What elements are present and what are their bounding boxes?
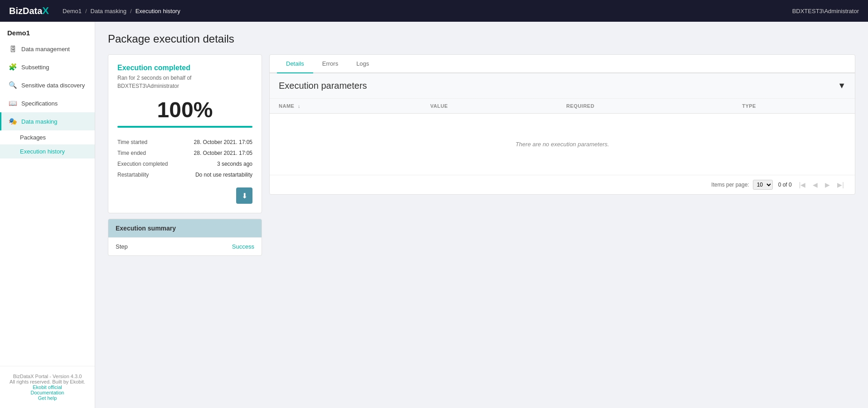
footer-copyright: All rights reserved. Built by Ekobit. <box>7 379 87 384</box>
table-row: Time ended 28. October 2021. 17:05 <box>117 148 252 158</box>
breadcrumb-data-masking[interactable]: Data masking <box>91 8 126 14</box>
progress-bar-container <box>117 126 252 128</box>
detail-value: 3 seconds ago <box>185 158 252 169</box>
summary-row: Step Success <box>108 237 262 255</box>
breadcrumb-sep-1: / <box>85 8 87 14</box>
download-button[interactable]: ⬇ <box>236 187 252 204</box>
database-icon: 🗄 <box>9 45 17 53</box>
footer-link-ekobit[interactable]: Ekobit official <box>7 384 87 390</box>
topnav-user: BDXTEST3\Administrator <box>792 8 859 14</box>
breadcrumb-demo1[interactable]: Demo1 <box>63 8 82 14</box>
summary-header: Execution summary <box>108 219 262 237</box>
sidebar-item-subsetting[interactable]: 🧩 Subsetting <box>0 58 95 76</box>
prev-page-button[interactable]: ◀ <box>811 180 820 189</box>
footer-link-docs[interactable]: Documentation <box>7 390 87 395</box>
tab-details[interactable]: Details <box>277 55 313 73</box>
logo: BizDataX <box>9 5 49 17</box>
exec-subtitle-line2: BDXTEST3\Administrator <box>117 83 179 89</box>
content-grid: Execution completed Ran for 2 seconds on… <box>108 54 855 256</box>
progress-bar-fill <box>117 126 252 128</box>
tab-errors[interactable]: Errors <box>313 55 347 73</box>
summary-success: Success <box>232 243 254 250</box>
logo-x: X <box>42 5 49 16</box>
topnav: BizDataX Demo1 / Data masking / Executio… <box>0 0 868 22</box>
filter-icon: ▼ <box>838 81 846 90</box>
col-name: NAME ↓ <box>270 99 421 114</box>
last-page-button[interactable]: ▶| <box>835 180 846 189</box>
empty-message: There are no execution parameters. <box>270 114 855 175</box>
sidebar-item-data-masking[interactable]: 🎭 Data masking <box>0 112 95 130</box>
col-name-label: NAME <box>279 103 294 109</box>
sidebar-item-label: Specifications <box>21 100 58 107</box>
table-row: Execution completed 3 seconds ago <box>117 158 252 169</box>
execution-history-label: Execution history <box>20 148 65 155</box>
execution-card: Execution completed Ran for 2 seconds on… <box>108 54 262 213</box>
detail-label: Time started <box>117 137 185 148</box>
sidebar-item-label: Subsetting <box>21 64 49 71</box>
col-required: REQUIRED <box>557 99 733 114</box>
detail-label: Restartability <box>117 169 185 180</box>
exec-subtitle: Ran for 2 seconds on behalf of BDXTEST3\… <box>117 74 252 90</box>
layout: Demo1 🗄 Data management 🧩 Subsetting 🔍 S… <box>0 22 868 408</box>
sidebar-item-label: Data management <box>21 46 70 53</box>
page-title: Package execution details <box>108 33 855 45</box>
footer-link-help[interactable]: Get help <box>7 395 87 401</box>
breadcrumb-execution-history: Execution history <box>136 8 180 14</box>
detail-value: 28. October 2021. 17:05 <box>185 137 252 148</box>
col-value-label: VALUE <box>430 103 448 109</box>
col-required-label: REQUIRED <box>566 103 594 109</box>
detail-label: Time ended <box>117 148 185 158</box>
sort-icon: ↓ <box>298 103 301 109</box>
exec-details-table: Time started 28. October 2021. 17:05 Tim… <box>117 137 252 180</box>
detail-value: 28. October 2021. 17:05 <box>185 148 252 158</box>
table-header-row: NAME ↓ VALUE REQUIRED TYPE <box>270 99 855 114</box>
items-per-page-select[interactable]: 10 5 25 50 <box>753 180 773 190</box>
execution-summary-card: Execution summary Step Success <box>108 219 262 256</box>
filter-button[interactable]: ▼ <box>838 81 846 91</box>
summary-step: Step <box>116 243 128 250</box>
tab-logs[interactable]: Logs <box>347 55 378 73</box>
sidebar: Demo1 🗄 Data management 🧩 Subsetting 🔍 S… <box>0 22 95 408</box>
sidebar-title: Demo1 <box>0 22 95 40</box>
main-content: Package execution details Execution comp… <box>95 22 868 408</box>
exec-percent: 100% <box>117 97 252 122</box>
exec-action-area: ⬇ <box>117 187 252 204</box>
packages-label: Packages <box>20 134 46 141</box>
footer-version: BizDataX Portal - Version 4.3.0 <box>7 374 87 379</box>
logo-biz: BizData <box>9 6 42 16</box>
table-row: Time started 28. October 2021. 17:05 <box>117 137 252 148</box>
left-panel: Execution completed Ran for 2 seconds on… <box>108 54 262 256</box>
sidebar-item-label: Data masking <box>21 118 57 125</box>
col-type: TYPE <box>733 99 855 114</box>
breadcrumb: Demo1 / Data masking / Execution history <box>63 8 792 14</box>
exec-params-header: Execution parameters ▼ <box>270 73 855 99</box>
items-per-page-label: Items per page: <box>711 182 749 188</box>
table-row: Restartability Do not use restartability <box>117 169 252 180</box>
sidebar-footer: BizDataX Portal - Version 4.3.0 All righ… <box>0 366 95 408</box>
col-value: VALUE <box>421 99 557 114</box>
sidebar-item-data-management[interactable]: 🗄 Data management <box>0 40 95 58</box>
col-type-label: TYPE <box>742 103 756 109</box>
breadcrumb-sep-2: / <box>130 8 132 14</box>
exec-status: Execution completed <box>117 64 252 72</box>
next-page-button[interactable]: ▶ <box>823 180 832 189</box>
sidebar-item-sensitive-data[interactable]: 🔍 Sensitive data discovery <box>0 76 95 94</box>
pagination-count: 0 of 0 <box>778 182 792 188</box>
tabs-container: Details Errors Logs <box>270 55 855 73</box>
download-icon: ⬇ <box>242 192 247 200</box>
sidebar-item-specifications[interactable]: 📖 Specifications <box>0 94 95 112</box>
sidebar-sub-packages[interactable]: Packages <box>0 130 95 144</box>
first-page-button[interactable]: |◀ <box>797 180 808 189</box>
mask-icon: 🎭 <box>9 117 17 125</box>
exec-subtitle-line1: Ran for 2 seconds on behalf of <box>117 75 191 81</box>
sidebar-item-label: Sensitive data discovery <box>21 82 85 89</box>
logo-text: BizDataX <box>9 5 49 17</box>
detail-label: Execution completed <box>117 158 185 169</box>
book-icon: 📖 <box>9 99 17 107</box>
right-panel: Details Errors Logs Execution parameters… <box>269 54 855 195</box>
empty-row: There are no execution parameters. <box>270 114 855 175</box>
pagination: Items per page: 10 5 25 50 0 of 0 |◀ ◀ ▶… <box>270 175 855 194</box>
exec-params-title: Execution parameters <box>279 81 367 91</box>
sidebar-sub-execution-history[interactable]: Execution history <box>0 144 95 158</box>
search-icon: 🔍 <box>9 81 17 89</box>
